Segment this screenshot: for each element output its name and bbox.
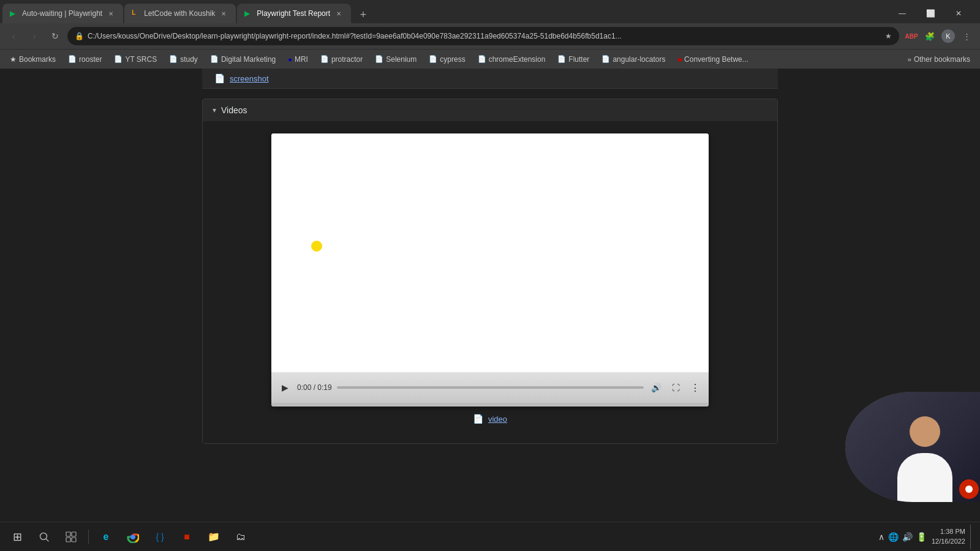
svg-rect-5 <box>72 538 76 542</box>
video-progress-bar[interactable] <box>271 403 709 407</box>
tray-volume-icon[interactable]: 🔊 <box>902 532 913 542</box>
tab3-label: Playwright Test Report <box>257 9 330 18</box>
url-bar[interactable]: 🔒 C:/Users/kouss/OneDrive/Desktop/learn-… <box>67 27 899 45</box>
explorer-taskbar-icon[interactable]: 📁 <box>202 525 226 549</box>
toolbar-icons: ABP 🧩 K ⋮ <box>903 28 975 45</box>
flutter-label: Flutter <box>568 55 589 64</box>
bookmark-study[interactable]: 📄 study <box>164 54 203 65</box>
protractor-icon: 📄 <box>320 55 329 63</box>
forward-button[interactable]: › <box>26 28 43 45</box>
digital-icon: 📄 <box>210 55 219 63</box>
flutter-icon: 📄 <box>557 55 566 63</box>
vscode-taskbar-icon[interactable]: { } <box>148 525 172 549</box>
ytsrcs-icon: 📄 <box>114 55 123 63</box>
refresh-button[interactable]: ↻ <box>47 28 64 45</box>
redapp-taskbar-icon[interactable]: ■ <box>175 525 199 549</box>
angular-icon: 📄 <box>601 55 610 63</box>
bookmark-protractor[interactable]: 📄 protractor <box>315 54 368 65</box>
url-text: C:/Users/kouss/OneDrive/Desktop/learn-pl… <box>88 32 881 40</box>
task-view-button[interactable] <box>59 525 83 549</box>
volume-icon: 🔊 <box>651 383 662 392</box>
url-icons: ★ <box>885 32 892 40</box>
progress-bar[interactable] <box>337 386 644 389</box>
file-icon: 📄 <box>214 73 225 83</box>
bookmark-converting[interactable]: ■ Converting Betwe... <box>673 54 753 65</box>
bookmarks-icon: ★ <box>10 55 17 64</box>
files-taskbar-icon[interactable]: 🗂 <box>228 525 253 549</box>
more-options-button[interactable]: ⋮ <box>688 380 703 395</box>
bookmark-mri[interactable]: ● MRI <box>283 54 313 65</box>
close-button[interactable]: ✕ <box>944 4 973 23</box>
videos-header[interactable]: ▾ Videos <box>203 99 777 121</box>
tab-auto-waiting[interactable]: ▶ Auto-waiting | Playwright ✕ <box>2 4 123 23</box>
volume-button[interactable]: 🔊 <box>649 380 663 395</box>
play-button[interactable]: ▶ <box>277 380 292 395</box>
video-screen <box>271 133 709 372</box>
fullscreen-button[interactable]: ⛶ <box>668 380 683 395</box>
video-link[interactable]: video <box>488 414 507 424</box>
edge-taskbar-icon[interactable]: e <box>94 525 118 549</box>
bookmark-angular-locators[interactable]: 📄 angular-locators <box>597 54 670 65</box>
ytsrcs-label: YT SRCS <box>125 55 157 64</box>
person-head <box>910 416 940 447</box>
cypress-icon: 📄 <box>429 55 437 63</box>
play-icon: ▶ <box>282 383 288 392</box>
new-tab-button[interactable]: + <box>355 6 372 23</box>
tray-chevron-icon[interactable]: ∧ <box>878 532 884 542</box>
bookmark-ytsrcs[interactable]: 📄 YT SRCS <box>109 54 162 65</box>
tab-playwright-report[interactable]: ▶ Playwright Test Report ✕ <box>237 4 351 23</box>
person-body <box>897 453 952 502</box>
tab1-close[interactable]: ✕ <box>106 9 116 18</box>
maximize-button[interactable]: ⬜ <box>916 4 944 23</box>
rooster-icon: 📄 <box>68 55 77 63</box>
bookmark-selenium[interactable]: 📄 Selenium <box>370 54 421 65</box>
bookmark-rooster[interactable]: 📄 rooster <box>63 54 107 65</box>
mri-label: MRI <box>295 55 308 64</box>
svg-rect-2 <box>66 532 70 536</box>
study-icon: 📄 <box>169 55 178 63</box>
other-icon: » <box>908 56 911 63</box>
video-player: ▶ 0:00 / 0:19 🔊 ⛶ ⋮ <box>271 133 709 407</box>
bookmark-digital-marketing[interactable]: 📄 Digital Marketing <box>205 54 281 65</box>
lock-icon: 🔒 <box>75 32 84 40</box>
converting-label: Converting Betwe... <box>684 55 748 64</box>
videos-body: ▶ 0:00 / 0:19 🔊 ⛶ ⋮ <box>203 121 777 443</box>
tab2-close[interactable]: ✕ <box>219 9 228 18</box>
selenium-label: Selenium <box>386 55 417 64</box>
abp-icon[interactable]: ABP <box>903 28 920 45</box>
tab2-label: LetCode with Koushik <box>144 9 215 18</box>
search-button[interactable] <box>32 525 56 549</box>
video-controls: ▶ 0:00 / 0:19 🔊 ⛶ ⋮ <box>271 372 709 403</box>
videos-title: Videos <box>221 105 247 115</box>
page-content: 📄 screenshot ▾ Videos ▶ <box>0 69 980 551</box>
clock[interactable]: 1:38 PM 12/16/2022 <box>932 527 965 546</box>
tab1-label: Auto-waiting | Playwright <box>22 9 102 18</box>
tab3-close[interactable]: ✕ <box>334 9 344 18</box>
bookmark-cypress[interactable]: 📄 cypress <box>424 54 470 65</box>
mri-icon: ● <box>288 56 292 63</box>
tab2-favicon: L <box>132 9 140 18</box>
tray-battery-icon[interactable]: 🔋 <box>916 532 927 542</box>
angular-label: angular-locators <box>612 55 665 64</box>
browser-chrome: ▶ Auto-waiting | Playwright ✕ L LetCode … <box>0 0 980 69</box>
show-desktop-button[interactable] <box>970 525 975 549</box>
window-controls: — ⬜ ✕ <box>888 4 978 23</box>
extensions-icon[interactable]: 🧩 <box>921 28 938 45</box>
address-bar: ‹ › ↻ 🔒 C:/Users/kouss/OneDrive/Desktop/… <box>0 23 980 49</box>
bookmark-chrome-ext[interactable]: 📄 chromeExtension <box>473 54 551 65</box>
chrome-taskbar-icon[interactable] <box>121 525 145 549</box>
system-tray: ∧ 🌐 🔊 🔋 <box>878 532 927 542</box>
bookmark-bookmarks[interactable]: ★ Bookmarks <box>5 54 61 65</box>
screenshot-link[interactable]: screenshot <box>230 74 269 83</box>
back-button[interactable]: ‹ <box>5 28 22 45</box>
tray-network-icon[interactable]: 🌐 <box>888 532 899 542</box>
start-button[interactable]: ⊞ <box>5 525 29 549</box>
tab-letcode[interactable]: L LetCode with Koushik ✕ <box>124 4 236 23</box>
converting-icon: ■ <box>677 56 682 63</box>
tab-bar: ▶ Auto-waiting | Playwright ✕ L LetCode … <box>0 0 980 23</box>
menu-icon[interactable]: ⋮ <box>958 28 975 45</box>
profile-icon[interactable]: K <box>940 28 957 45</box>
bookmark-flutter[interactable]: 📄 Flutter <box>552 54 594 65</box>
bookmark-other[interactable]: » Other bookmarks <box>903 54 975 65</box>
minimize-button[interactable]: — <box>888 4 916 23</box>
